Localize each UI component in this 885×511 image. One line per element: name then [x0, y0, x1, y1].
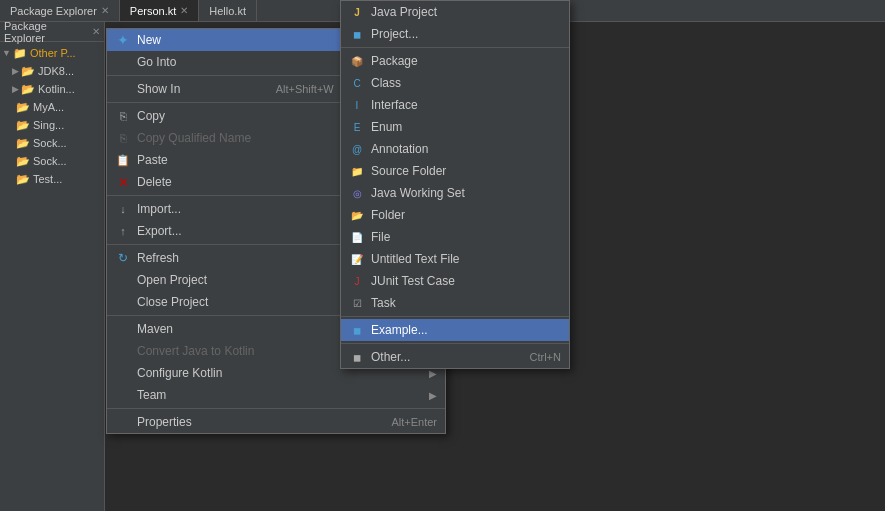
submenu-item-label: Class: [371, 76, 401, 90]
folder-icon: 📂: [16, 173, 30, 186]
tab-person-kt[interactable]: Person.kt ✕: [120, 0, 199, 21]
empty-icon: [115, 365, 131, 381]
submenu-item-interface[interactable]: I Interface: [341, 94, 569, 116]
junit-icon: J: [349, 273, 365, 289]
tree-label: Sock...: [33, 137, 67, 149]
tab-close-icon[interactable]: ✕: [180, 5, 188, 16]
submenu-item-label: Other...: [371, 350, 410, 364]
project-icon: 📁: [13, 47, 27, 60]
menu-item-label: Convert Java to Kotlin: [137, 344, 254, 358]
new-icon: ✦: [115, 32, 131, 48]
submenu-item-enum[interactable]: E Enum: [341, 116, 569, 138]
folder-icon: 📂: [16, 155, 30, 168]
java-project-icon: J: [349, 4, 365, 20]
tab-label: Hello.kt: [209, 5, 246, 17]
empty-icon: [115, 54, 131, 70]
menu-item-label: Team: [137, 388, 166, 402]
copy-icon: ⎘: [115, 130, 131, 146]
submenu-item-label: JUnit Test Case: [371, 274, 455, 288]
folder-icon: 📂: [16, 119, 30, 132]
tree-item-kotlin[interactable]: ▶ 📂 Kotlin...: [0, 80, 104, 98]
submenu-item-label: Example...: [371, 323, 428, 337]
tree-arrow: ▶: [12, 66, 19, 76]
import-icon: ↓: [115, 201, 131, 217]
submenu-item-label: Untitled Text File: [371, 252, 459, 266]
explorer-title: Package Explorer: [4, 20, 88, 44]
folder-icon: 📂: [16, 137, 30, 150]
menu-item-label: Refresh: [137, 251, 179, 265]
tree-item-other-projects[interactable]: ▼ 📁 Other P...: [0, 44, 104, 62]
tab-hello-kt[interactable]: Hello.kt: [199, 0, 257, 21]
menu-item-label: New: [137, 33, 161, 47]
menu-item-label: Go Into: [137, 55, 176, 69]
empty-icon: [115, 294, 131, 310]
folder-icon: 📂: [21, 65, 35, 78]
source-folder-icon: 📁: [349, 163, 365, 179]
tree-label: JDK8...: [38, 65, 74, 77]
submenu-item-label: Folder: [371, 208, 405, 222]
empty-icon: [115, 81, 131, 97]
shortcut-label: Ctrl+N: [530, 351, 561, 363]
submenu-item-annotation[interactable]: @ Annotation: [341, 138, 569, 160]
tab-label: Package Explorer: [10, 5, 97, 17]
tree-label: MyA...: [33, 101, 64, 113]
text-file-icon: 📝: [349, 251, 365, 267]
menu-item-label: Configure Kotlin: [137, 366, 222, 380]
tree-item-mya[interactable]: 📂 MyA...: [0, 98, 104, 116]
submenu-item-folder[interactable]: 📂 Folder: [341, 204, 569, 226]
menu-item-label: Show In: [137, 82, 180, 96]
menu-item-properties[interactable]: Properties Alt+Enter: [107, 411, 445, 433]
menu-item-team[interactable]: Team ▶: [107, 384, 445, 406]
submenu-item-task[interactable]: ☑ Task: [341, 292, 569, 314]
paste-icon: 📋: [115, 152, 131, 168]
empty-icon: [115, 321, 131, 337]
refresh-icon: ↻: [115, 250, 131, 266]
submenu-new: J Java Project ◼ Project... 📦 Package C …: [340, 0, 570, 369]
empty-icon: [115, 414, 131, 430]
submenu-item-class[interactable]: C Class: [341, 72, 569, 94]
explorer-close-icon[interactable]: ✕: [92, 26, 100, 37]
menu-item-label: Delete: [137, 175, 172, 189]
folder-icon: 📂: [349, 207, 365, 223]
submenu-arrow-icon: ▶: [429, 368, 437, 379]
project-icon: ◼: [349, 26, 365, 42]
submenu-item-java-working-set[interactable]: ◎ Java Working Set: [341, 182, 569, 204]
submenu-item-untitled-text[interactable]: 📝 Untitled Text File: [341, 248, 569, 270]
submenu-item-label: Project...: [371, 27, 418, 41]
folder-icon: 📂: [16, 101, 30, 114]
task-icon: ☑: [349, 295, 365, 311]
submenu-item-project[interactable]: ◼ Project...: [341, 23, 569, 45]
other-icon: ◼: [349, 349, 365, 365]
submenu-item-label: Source Folder: [371, 164, 446, 178]
submenu-item-label: Enum: [371, 120, 402, 134]
menu-item-label: Paste: [137, 153, 168, 167]
explorer-panel: Package Explorer ✕ ▼ 📁 Other P... ▶ 📂 JD…: [0, 22, 105, 511]
submenu-item-file[interactable]: 📄 File: [341, 226, 569, 248]
shortcut-label: Alt+Shift+W: [276, 83, 334, 95]
tree-item-jdk[interactable]: ▶ 📂 JDK8...: [0, 62, 104, 80]
tree-item-sing[interactable]: 📂 Sing...: [0, 116, 104, 134]
submenu-item-other[interactable]: ◼ Other... Ctrl+N: [341, 346, 569, 368]
menu-item-label: Copy Qualified Name: [137, 131, 251, 145]
submenu-item-label: Interface: [371, 98, 418, 112]
tree-label: Kotlin...: [38, 83, 75, 95]
submenu-item-label: Annotation: [371, 142, 428, 156]
tree-item-test[interactable]: 📂 Test...: [0, 170, 104, 188]
menu-separator: [341, 316, 569, 317]
submenu-item-junit[interactable]: J JUnit Test Case: [341, 270, 569, 292]
submenu-arrow-icon: ▶: [429, 390, 437, 401]
submenu-item-java-project[interactable]: J Java Project: [341, 1, 569, 23]
empty-icon: [115, 343, 131, 359]
empty-icon: [115, 387, 131, 403]
explorer-tree: ▼ 📁 Other P... ▶ 📂 JDK8... ▶ 📂 Kotlin...…: [0, 42, 104, 190]
submenu-item-source-folder[interactable]: 📁 Source Folder: [341, 160, 569, 182]
tree-item-sock1[interactable]: 📂 Sock...: [0, 134, 104, 152]
submenu-item-example[interactable]: ◼ Example...: [341, 319, 569, 341]
tab-package-explorer[interactable]: Package Explorer ✕: [0, 0, 120, 21]
submenu-item-package[interactable]: 📦 Package: [341, 50, 569, 72]
shortcut-label: Alt+Enter: [391, 416, 437, 428]
interface-icon: I: [349, 97, 365, 113]
tab-close-icon[interactable]: ✕: [101, 5, 109, 16]
folder-icon: 📂: [21, 83, 35, 96]
tree-item-sock2[interactable]: 📂 Sock...: [0, 152, 104, 170]
